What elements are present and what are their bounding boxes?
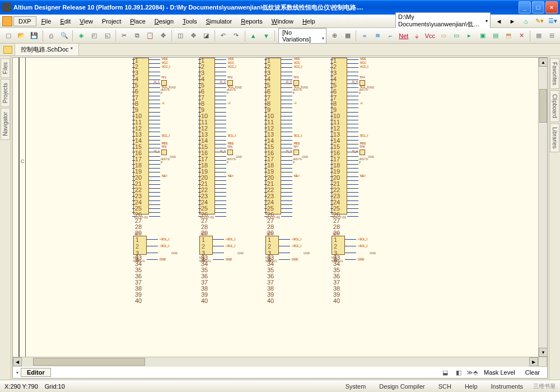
print-icon[interactable]: ⎙	[46, 30, 56, 41]
cut-icon[interactable]: ✂	[119, 30, 129, 41]
hscroll-thumb[interactable]	[33, 358, 145, 366]
vertical-scrollbar[interactable]: ▲ ▼	[538, 58, 547, 357]
undo-icon[interactable]: ↶	[218, 30, 228, 41]
panel-tab-clipboard[interactable]: Clipboard	[550, 90, 559, 122]
schematic-component-small[interactable]: XD41234~SCL_I~SCL_IGNDGNDMB-5600V1	[332, 236, 345, 263]
dxp-icon[interactable]	[2, 16, 12, 26]
zoom-select-icon[interactable]: ◱	[102, 30, 112, 41]
schematic-component[interactable]: 1234567891011121314151617181920212223242…	[265, 58, 281, 219]
menu-simulator[interactable]: Simulator	[202, 17, 236, 26]
menu-design[interactable]: Design	[151, 17, 178, 26]
filter-icon[interactable]: ☰▾	[548, 16, 558, 26]
status-link-help[interactable]: Help	[461, 382, 481, 391]
hierarchy-up-icon[interactable]: ▲	[248, 30, 258, 41]
status-link-design-compiler[interactable]: Design Compiler	[376, 382, 428, 391]
port-icon[interactable]: ⬒	[504, 30, 514, 41]
menu-file[interactable]: File	[38, 17, 55, 26]
panel-tab-favorites[interactable]: Favorites	[550, 58, 559, 89]
select-icon[interactable]: ◫	[175, 30, 185, 41]
net-label-icon[interactable]: Net	[399, 30, 408, 41]
mask-toggle-icon[interactable]: ≫⬘	[466, 368, 478, 377]
deselect-icon[interactable]: ◪	[202, 30, 211, 41]
highlight-pen-icon[interactable]: ✎▾	[534, 16, 544, 26]
nav-fwd-icon[interactable]: ►	[507, 16, 517, 26]
browse-icon[interactable]: ▦	[343, 30, 352, 41]
home-icon[interactable]: ⌂	[521, 16, 531, 26]
document-tab[interactable]: 控制电路.SchDoc *	[15, 43, 79, 55]
split-h-icon[interactable]: ⬓	[440, 368, 451, 377]
mask-level-button[interactable]: Mask Level	[480, 368, 519, 377]
horizontal-scrollbar[interactable]: ◀ ▶	[13, 357, 538, 367]
align-icon[interactable]: ⊞	[547, 30, 556, 41]
paste-icon[interactable]: 📋	[146, 30, 155, 41]
panel-tab-projects[interactable]: Projects	[1, 79, 10, 107]
schematic-canvas[interactable]: C 12345678910111213141516171819202122232…	[13, 58, 538, 357]
bus-entry-icon[interactable]: ⌐	[386, 30, 395, 41]
menu-project[interactable]: Project	[98, 17, 125, 26]
vcc-power-icon[interactable]: Vcc	[425, 30, 435, 41]
panel-tab-libraries[interactable]: Libraries	[550, 123, 559, 152]
open-icon[interactable]: 📂	[16, 30, 26, 41]
rubber-stamp-icon[interactable]: ✥	[158, 30, 168, 41]
menu-reports[interactable]: Reports	[237, 17, 267, 26]
menu-tools[interactable]: Tools	[179, 17, 201, 26]
move-icon[interactable]: ✥	[189, 30, 198, 41]
menu-edit[interactable]: Edit	[56, 17, 74, 26]
redo-icon[interactable]: ↷	[231, 30, 241, 41]
zoom-fit-icon[interactable]: ◈	[76, 30, 86, 41]
status-link-system[interactable]: System	[342, 382, 370, 391]
split-v-icon[interactable]: ◧	[453, 368, 464, 377]
main-area: Files Projects Navigator C 1234567891011…	[0, 56, 560, 380]
status-grid: Grid:10	[45, 383, 65, 390]
dxp-menu[interactable]: DXP	[13, 16, 36, 26]
editor-tab[interactable]: Editor	[21, 368, 51, 377]
device-sheet-icon[interactable]: ▣	[478, 30, 487, 41]
hierarchy-down-icon[interactable]: ▼	[262, 30, 271, 41]
scroll-right-icon[interactable]: ▶	[529, 357, 538, 366]
sheet-symbol-icon[interactable]: ▭	[451, 30, 461, 41]
menu-view[interactable]: View	[76, 17, 97, 26]
schematic-component-small[interactable]: XD21234~SCL_I~SCL_IGNDGNDMB-5600V1	[199, 236, 213, 263]
panel-tab-files[interactable]: Files	[1, 58, 10, 78]
folder-icon[interactable]	[3, 46, 12, 54]
vscroll-thumb[interactable]	[539, 89, 547, 123]
scroll-up-icon[interactable]: ▲	[539, 58, 548, 67]
menu-help[interactable]: Help	[298, 17, 319, 26]
array-icon[interactable]: ▦	[534, 30, 543, 41]
clear-button[interactable]: Clear	[521, 368, 544, 377]
nav-back-icon[interactable]: ◄	[494, 16, 504, 26]
menu-place[interactable]: Place	[126, 17, 150, 26]
panel-tab-navigator[interactable]: Navigator	[1, 108, 10, 140]
save-icon[interactable]: 💾	[30, 30, 39, 41]
schematic-component-small[interactable]: XD11234~SCL_I~SCL_IGNDGNDMB-5600V1	[133, 236, 147, 263]
wire-icon[interactable]: ≈	[360, 30, 369, 41]
schematic-component[interactable]: 1234567891011121314151617181920212223242…	[332, 58, 347, 219]
close-button[interactable]: ×	[545, 1, 558, 13]
scroll-down-icon[interactable]: ▼	[539, 348, 548, 357]
bus-icon[interactable]: ≋	[373, 30, 382, 41]
place-part-icon[interactable]: ▭	[438, 30, 448, 41]
recent-path-combo[interactable]: D:\My Documents\yuanwenjian\低…▾	[395, 12, 491, 30]
preview-icon[interactable]: 🔍	[59, 30, 69, 41]
scroll-left-icon[interactable]: ◀	[13, 357, 22, 366]
schematic-component-small[interactable]: XD31234~SCL_I~SCL_IGNDGNDMB-5600V1	[265, 236, 279, 263]
menu-window[interactable]: Window	[268, 17, 297, 26]
status-link-sch[interactable]: SCH	[435, 382, 455, 391]
no-erc-icon[interactable]: ✕	[517, 30, 526, 41]
harness-icon[interactable]: ▤	[491, 30, 500, 41]
app-icon	[2, 3, 11, 12]
gnd-power-icon[interactable]: ⏚	[412, 30, 421, 41]
watermark: 三维书屋	[533, 382, 556, 390]
status-link-instruments[interactable]: Instruments	[488, 382, 526, 391]
tab-list-dropdown-icon[interactable]: ▾	[16, 370, 18, 375]
zoom-area-icon[interactable]: ◰	[90, 30, 99, 41]
schematic-component[interactable]: 1234567891011121314151617181920212223242…	[199, 58, 215, 219]
new-icon[interactable]: ▢	[3, 30, 13, 41]
minimize-button[interactable]: _	[519, 1, 531, 13]
schematic-component[interactable]: 1234567891011121314151617181920212223242…	[133, 58, 149, 219]
variations-combo[interactable]: [No Variations]	[278, 28, 326, 44]
sheet-entry-icon[interactable]: ▸	[465, 30, 474, 41]
cross-probe-icon[interactable]: ⊕	[330, 30, 339, 41]
copy-icon[interactable]: ⧉	[132, 30, 142, 41]
maximize-button[interactable]: □	[532, 1, 544, 13]
